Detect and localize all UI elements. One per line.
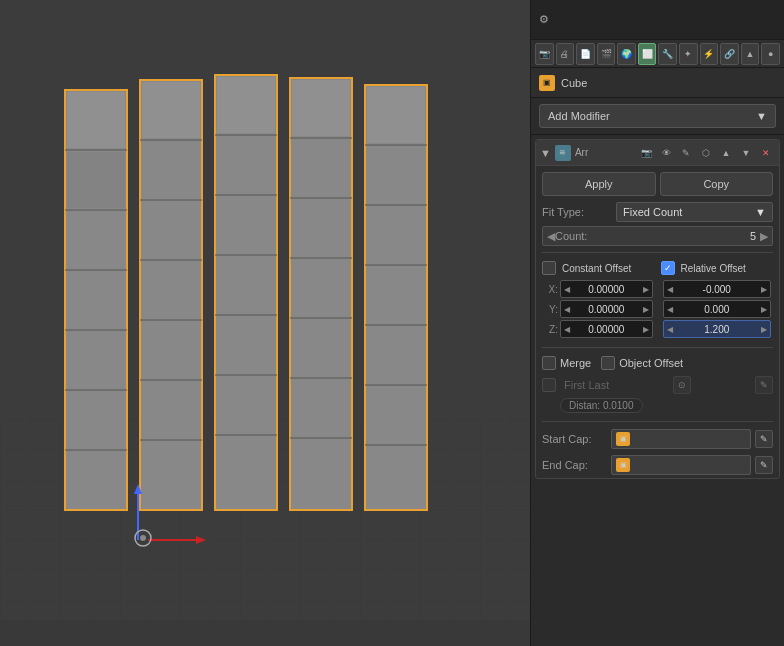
svg-rect-47 (367, 87, 425, 143)
start-cap-select-btn[interactable]: ▣ (611, 429, 751, 449)
modifier-title-bar: ▼ ≋ Arr 📷 👁 ✎ ⬡ ▲ ▼ ✕ (536, 140, 779, 166)
merge-checkbox[interactable] (542, 356, 556, 370)
merge-row: Merge Object Offset (536, 352, 779, 374)
const-x-label: X: (544, 284, 558, 295)
constraints-props-btn[interactable]: 🔗 (720, 43, 739, 65)
rel-y-left-icon: ◀ (667, 305, 673, 314)
data-props-btn[interactable]: ▲ (741, 43, 760, 65)
camera-visibility-btn[interactable]: 📷 (637, 144, 655, 162)
collapse-icon[interactable]: ▼ (540, 147, 551, 159)
scene-view (0, 0, 530, 620)
copy-btn[interactable]: Copy (660, 172, 774, 196)
svg-rect-38 (292, 80, 350, 136)
rel-x-input[interactable]: ◀ -0.000 ▶ (663, 280, 772, 298)
first-last-row: First Last ⊙ ✎ (536, 374, 779, 396)
dual-offset-section: Constant Offset X: ◀ 0.00000 ▶ Y: ◀ 0.00… (536, 257, 779, 343)
particles-props-btn[interactable]: ✦ (679, 43, 698, 65)
relative-offset-header: ✓ Relative Offset (661, 261, 774, 275)
svg-rect-12 (140, 80, 202, 510)
end-cap-row: End Cap: ▣ ✎ (536, 452, 779, 478)
rel-y-value: 0.000 (704, 304, 729, 315)
rel-z-right-icon: ▶ (761, 325, 767, 334)
count-field[interactable]: ◀ Count: 5 ▶ (542, 226, 773, 246)
end-cap-edit-btn[interactable]: ✎ (755, 456, 773, 474)
const-z-label: Z: (544, 324, 558, 335)
object-offset-edit-btn[interactable]: ✎ (755, 376, 773, 394)
const-z-input[interactable]: ◀ 0.00000 ▶ (560, 320, 653, 338)
render-visibility-btn[interactable]: 👁 (657, 144, 675, 162)
render-props-btn[interactable]: 📷 (535, 43, 554, 65)
merge-group: Merge (542, 356, 591, 370)
add-modifier-label: Add Modifier (548, 110, 610, 122)
object-header: ▣ Cube (531, 68, 784, 98)
start-cap-icon: ▣ (616, 432, 630, 446)
cage-btn[interactable]: ⬡ (697, 144, 715, 162)
rel-z-row: ◀ 1.200 ▶ (661, 319, 774, 339)
world-props-btn[interactable]: 🌍 (617, 43, 636, 65)
relative-offset-col: ✓ Relative Offset ◀ -0.000 ▶ ◀ 0.000 ▶ (661, 261, 774, 339)
const-y-input[interactable]: ◀ 0.00000 ▶ (560, 300, 653, 318)
add-modifier-btn[interactable]: Add Modifier ▼ (539, 104, 776, 128)
rel-x-right-icon: ▶ (761, 285, 767, 294)
output-props-btn[interactable]: 🖨 (556, 43, 575, 65)
modifier-props-btn[interactable]: 🔧 (658, 43, 677, 65)
viewport[interactable]: V S A O (0, 0, 530, 646)
const-x-input[interactable]: ◀ 0.00000 ▶ (560, 280, 653, 298)
fit-type-row: Fit Type: Fixed Count ▼ (536, 200, 779, 224)
move-down-btn[interactable]: ▼ (737, 144, 755, 162)
start-cap-label: Start Cap: (542, 433, 607, 445)
first-last-label: First Last (564, 379, 609, 391)
properties-header: ⚙ (531, 0, 784, 40)
relative-offset-label: Relative Offset (681, 263, 746, 274)
delete-modifier-btn[interactable]: ✕ (757, 144, 775, 162)
start-cap-edit-btn[interactable]: ✎ (755, 430, 773, 448)
fit-type-value: Fixed Count (623, 206, 682, 218)
material-props-btn[interactable]: ● (761, 43, 780, 65)
dropdown-arrow-icon: ▼ (756, 110, 767, 122)
end-cap-label: End Cap: (542, 459, 607, 471)
add-modifier-section: Add Modifier ▼ (531, 98, 784, 135)
first-last-checkbox[interactable] (542, 378, 556, 392)
distan-value: Distan: 0.0100 (569, 400, 634, 411)
start-cap-row: Start Cap: ▣ ✎ (536, 426, 779, 452)
const-y-label: Y: (544, 304, 558, 315)
fit-type-label: Fit Type: (542, 206, 612, 218)
count-label: Count: (555, 230, 587, 242)
modifier-block: ▼ ≋ Arr 📷 👁 ✎ ⬡ ▲ ▼ ✕ Apply Copy Fit Typ… (535, 139, 780, 479)
end-cap-select-btn[interactable]: ▣ (611, 455, 751, 475)
rel-z-input[interactable]: ◀ 1.200 ▶ (663, 320, 772, 338)
svg-rect-10 (67, 92, 125, 148)
svg-rect-39 (365, 85, 427, 510)
constant-offset-checkbox[interactable] (542, 261, 556, 275)
apply-btn[interactable]: Apply (542, 172, 656, 196)
apply-copy-row: Apply Copy (536, 166, 779, 200)
view-layer-btn[interactable]: 📄 (576, 43, 595, 65)
edit-mode-btn[interactable]: ✎ (677, 144, 695, 162)
const-x-row: X: ◀ 0.00000 ▶ (542, 279, 655, 299)
scene-props-btn[interactable]: 🎬 (597, 43, 616, 65)
const-x-right-icon: ▶ (643, 285, 649, 294)
object-offset-select-btn[interactable]: ⊙ (673, 376, 691, 394)
physics-props-btn[interactable]: ⚡ (700, 43, 719, 65)
count-right-arrow-icon[interactable]: ▶ (760, 230, 768, 243)
object-offset-checkbox[interactable] (601, 356, 615, 370)
count-left-arrow-icon[interactable]: ◀ (547, 230, 555, 243)
const-y-value: 0.00000 (588, 304, 624, 315)
object-type-icon: ▣ (539, 75, 555, 91)
rel-y-right-icon: ▶ (761, 305, 767, 314)
object-props-btn[interactable]: ⬜ (638, 43, 657, 65)
divider-1 (542, 252, 773, 253)
relative-offset-checkbox[interactable]: ✓ (661, 261, 675, 275)
merge-label: Merge (560, 357, 591, 369)
svg-rect-30 (290, 78, 352, 510)
rel-y-input[interactable]: ◀ 0.000 ▶ (663, 300, 772, 318)
const-y-right-icon: ▶ (643, 305, 649, 314)
fit-type-dropdown[interactable]: Fixed Count ▼ (616, 202, 773, 222)
properties-panel: ⚙ 📷 🖨 📄 🎬 🌍 ⬜ 🔧 ✦ ⚡ 🔗 ▲ ● ▣ Cube Add Mod… (530, 0, 784, 646)
move-up-btn[interactable]: ▲ (717, 144, 735, 162)
count-value: 5 (750, 230, 756, 242)
count-row: ◀ Count: 5 ▶ (536, 224, 779, 248)
divider-3 (542, 421, 773, 422)
const-y-row: Y: ◀ 0.00000 ▶ (542, 299, 655, 319)
fit-type-arrow-icon: ▼ (755, 206, 766, 218)
